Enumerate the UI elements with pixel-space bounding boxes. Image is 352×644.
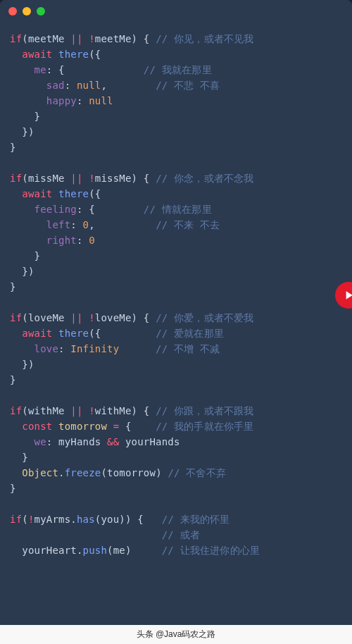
code-line: }: [10, 481, 341, 496]
code-line: const tomorrow = { // 我的手就在你手里: [10, 419, 341, 434]
code-line: await there({ // 爱就在那里: [10, 326, 341, 341]
attribution-text: 头条 @Java码农之路: [137, 629, 216, 639]
code-line: if(meetMe || !meetMe) { // 你见，或者不见我: [10, 31, 341, 47]
code-line: me: { // 我就在那里: [10, 62, 341, 78]
play-icon: [341, 288, 352, 302]
code-line: feeling: { // 情就在那里: [10, 202, 341, 217]
attribution-footer: 头条 @Java码农之路: [0, 625, 352, 644]
code-line: }: [10, 248, 341, 264]
code-line: await there({: [10, 186, 341, 202]
code-line: // 或者: [10, 527, 341, 543]
code-line: if(!myArms.has(you)) { // 来我的怀里: [10, 512, 341, 527]
code-line: }: [10, 140, 341, 155]
code-line: we: myHands && yourHands: [10, 434, 341, 450]
code-line: happy: null: [10, 93, 341, 109]
code-line: }: [10, 279, 341, 295]
maximize-icon[interactable]: [37, 7, 45, 16]
code-line: if(loveMe || !loveMe) { // 你爱，或者不爱我: [10, 310, 341, 326]
code-line: yourHeart.push(me) // 让我住进你的心里: [10, 543, 341, 558]
minimize-icon[interactable]: [23, 7, 31, 16]
code-line: }: [10, 372, 341, 388]
code-line: }): [10, 264, 341, 279]
code-line: love: Infinity // 不增 不减: [10, 341, 341, 357]
code-line: right: 0: [10, 233, 341, 248]
close-icon[interactable]: [8, 7, 17, 16]
code-line: if(withMe || !withMe) { // 你跟，或者不跟我: [10, 403, 341, 419]
code-editor-window: if(meetMe || !meetMe) { // 你见，或者不见我 awai…: [0, 0, 352, 644]
code-line: if(missMe || !missMe) { // 你念，或者不念我: [10, 171, 341, 186]
code-line: Object.freeze(tomorrow) // 不舍不弃: [10, 465, 341, 481]
code-line: left: 0, // 不来 不去: [10, 217, 341, 233]
code-content: if(meetMe || !meetMe) { // 你见，或者不见我 awai…: [0, 23, 352, 558]
code-line: sad: null, // 不悲 不喜: [10, 78, 341, 93]
code-line: }): [10, 124, 341, 140]
code-line: await there({: [10, 47, 341, 62]
titlebar: [0, 0, 352, 23]
code-line: }): [10, 357, 341, 372]
code-line: }: [10, 109, 341, 124]
code-line: }: [10, 450, 341, 465]
